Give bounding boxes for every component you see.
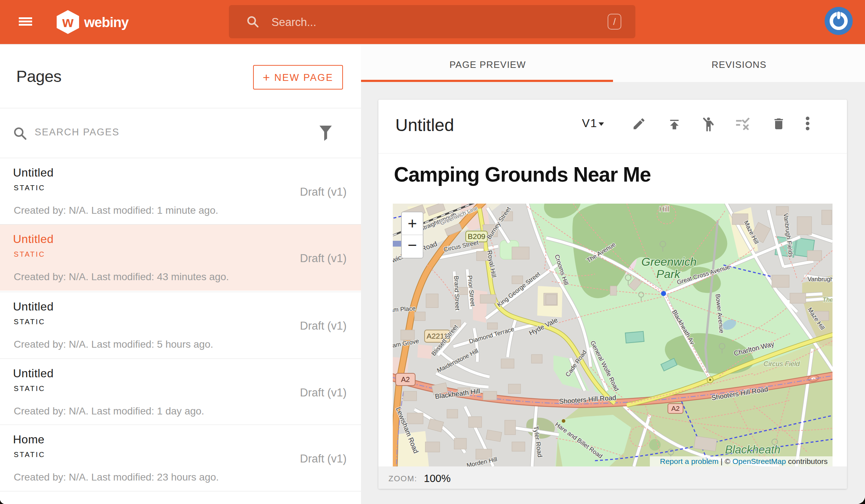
svg-text:Brand Street: Brand Street xyxy=(453,276,461,310)
svg-text:A2: A2 xyxy=(401,375,410,383)
svg-text:Park: Park xyxy=(656,268,681,281)
svg-text:Hill: Hill xyxy=(659,205,669,213)
svg-text:Greenwich: Greenwich xyxy=(642,255,697,268)
svg-text:Circus Field: Circus Field xyxy=(764,360,800,368)
svg-text:w: w xyxy=(62,14,74,30)
svg-text:Vanbrugh: Vanbrugh xyxy=(808,276,833,283)
svg-text:A2: A2 xyxy=(671,405,679,412)
svg-text:The: The xyxy=(822,296,833,303)
svg-text:Report a problem | © OpenStree: Report a problem | © OpenStreetMap contr… xyxy=(660,457,828,465)
svg-text:Blackheath: Blackheath xyxy=(725,443,780,456)
